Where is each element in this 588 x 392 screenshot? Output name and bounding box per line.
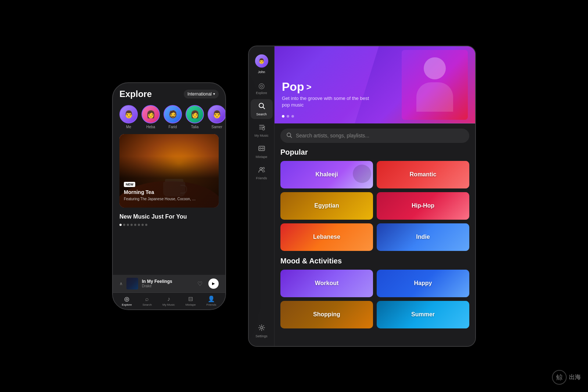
genre-card-egyptian[interactable]: Egyptian <box>280 192 373 220</box>
carousel-dots <box>113 222 225 227</box>
sidebar-item-explore[interactable]: ◎ Explore <box>251 78 273 98</box>
np-controls: ♡ ▶ <box>197 278 219 289</box>
svg-point-5 <box>262 148 263 149</box>
explore-sidebar-icon: ◎ <box>258 81 265 90</box>
sidebar-item-mymusic[interactable]: My Music <box>251 121 273 140</box>
story-farid[interactable]: 🧔 Farid <box>164 105 182 129</box>
np-title: In My Feelings <box>142 279 194 284</box>
np-chevron-icon: ∧ <box>119 281 123 286</box>
story-talia[interactable]: 👩 Talia <box>186 105 204 129</box>
svg-point-7 <box>262 167 264 169</box>
indie-label: Indie <box>416 234 430 240</box>
phone-header: Explore International <box>113 83 225 102</box>
tablet-search-area: Search artists, songs, playlists... <box>275 123 475 148</box>
hero-dot-1 <box>282 115 284 118</box>
search-placeholder-text: Search artists, songs, playlists... <box>296 133 369 139</box>
phone-nav-explore[interactable]: ◎ Explore <box>122 295 132 306</box>
explore-nav-icon: ◎ <box>124 295 129 302</box>
genre-card-summer[interactable]: Summer <box>377 301 469 328</box>
tablet-main-content: Pop > Get into the groove with some of t… <box>275 46 475 346</box>
lebanese-label: Lebanese <box>313 234 340 240</box>
svg-point-6 <box>260 168 262 170</box>
phone-hero-card[interactable]: NEW Morning Tea Featuring The Japanese H… <box>119 134 219 208</box>
dot-8 <box>145 224 147 226</box>
mymusic-nav-icon: ♪ <box>167 296 170 302</box>
phone-device: Explore International 👨 Me 👩 Heba 🧔 <box>112 82 226 310</box>
phone-explore-title: Explore <box>119 89 152 99</box>
dot-1 <box>119 224 122 226</box>
avatar-heba: 👩 <box>141 105 160 123</box>
hero-overlay <box>119 134 219 208</box>
np-info: In My Feelings Drake <box>142 279 194 288</box>
hero-dot-3 <box>291 115 294 118</box>
khaleeji-label: Khaleeji <box>315 171 338 178</box>
tablet-device: 👨 John ◎ Explore Search <box>248 46 476 347</box>
sidebar-item-settings[interactable]: Settings <box>251 321 273 341</box>
friends-nav-icon: 👤 <box>208 295 215 302</box>
hero-pagination-dots <box>282 115 294 118</box>
dot-2 <box>123 224 125 226</box>
search-icon <box>286 132 292 139</box>
story-me[interactable]: 👨 Me <box>119 105 138 129</box>
avatar-samer: 👨 <box>208 105 225 123</box>
phone-nav-mymusic[interactable]: ♪ My Music <box>162 296 175 306</box>
watermark-circle-icon: 鲸 <box>552 370 567 385</box>
hero-title: Morning Tea <box>124 189 154 195</box>
mixtape-nav-icon: ⊟ <box>188 295 193 302</box>
popular-section-title: Popular <box>280 148 469 157</box>
tablet-sidebar: 👨 John ◎ Explore Search <box>249 46 275 346</box>
genre-card-indie[interactable]: Indie <box>377 223 469 251</box>
hero-subtitle: Featuring The Japanese House, Cocoon, Je… <box>124 197 197 201</box>
phone-nav-mixtape[interactable]: ⊟ Mixtape <box>186 295 196 306</box>
workout-label: Workout <box>315 280 339 287</box>
genre-card-lebanese[interactable]: Lebanese <box>280 223 373 251</box>
mood-section-title: Mood & Activities <box>280 257 469 265</box>
svg-line-10 <box>290 136 292 138</box>
play-button[interactable]: ▶ <box>208 278 219 289</box>
dot-3 <box>127 224 129 226</box>
svg-point-8 <box>261 327 263 329</box>
svg-point-4 <box>259 148 261 149</box>
international-badge[interactable]: International <box>184 90 219 98</box>
search-bar[interactable]: Search artists, songs, playlists... <box>280 129 469 143</box>
genre-card-romantic[interactable]: Romantic <box>377 161 469 188</box>
sidebar-avatar-john: 👨 <box>255 54 268 68</box>
happy-label: Happy <box>414 280 432 287</box>
story-heba[interactable]: 👩 Heba <box>141 105 160 129</box>
np-artist: Drake <box>142 284 194 288</box>
heart-icon[interactable]: ♡ <box>197 280 204 287</box>
watermark: 鲸 出海 <box>552 370 581 385</box>
search-nav-icon: ⌕ <box>145 296 149 302</box>
genre-card-khaleeji[interactable]: Khaleeji <box>280 161 373 188</box>
phone-nav-search[interactable]: ⌕ Search <box>143 296 152 306</box>
phone-nav-friends[interactable]: 👤 Friends <box>207 295 216 306</box>
sidebar-item-friends[interactable]: Friends <box>251 163 273 183</box>
svg-line-1 <box>263 107 265 109</box>
new-badge: NEW <box>124 182 135 187</box>
hero-genre: Pop > <box>282 80 370 94</box>
np-thumbnail <box>126 278 138 289</box>
popular-genre-grid: Khaleeji Romantic Egyptian Hip-Hop Leban… <box>280 161 469 251</box>
sidebar-item-search[interactable]: Search <box>251 99 273 119</box>
mixtape-sidebar-icon <box>258 145 265 154</box>
summer-label: Summer <box>411 311 435 318</box>
genre-card-shopping[interactable]: Shopping <box>280 301 373 328</box>
avatar-talia: 👩 <box>186 105 204 123</box>
genre-card-workout[interactable]: Workout <box>280 270 373 297</box>
dot-7 <box>141 224 144 226</box>
hero-description: Get into the groove with some of the bes… <box>282 95 370 108</box>
dot-6 <box>138 224 140 226</box>
avatar-me: 👨 <box>119 105 138 123</box>
hero-person-bg <box>355 46 475 123</box>
genre-card-happy[interactable]: Happy <box>377 270 469 297</box>
dot-5 <box>134 224 136 226</box>
genre-card-hiphop[interactable]: Hip-Hop <box>377 192 469 220</box>
sidebar-item-mixtape[interactable]: Mixtape <box>251 142 273 162</box>
mymusic-sidebar-icon <box>258 123 265 133</box>
story-samer[interactable]: 👨 Samer <box>208 105 225 129</box>
mood-genre-grid: Workout Happy Shopping Summer <box>280 270 469 328</box>
sidebar-item-john[interactable]: 👨 John <box>251 51 273 77</box>
settings-sidebar-icon <box>258 324 265 333</box>
tablet-hero-banner: Pop > Get into the groove with some of t… <box>275 46 475 123</box>
watermark-text: 出海 <box>569 374 581 381</box>
